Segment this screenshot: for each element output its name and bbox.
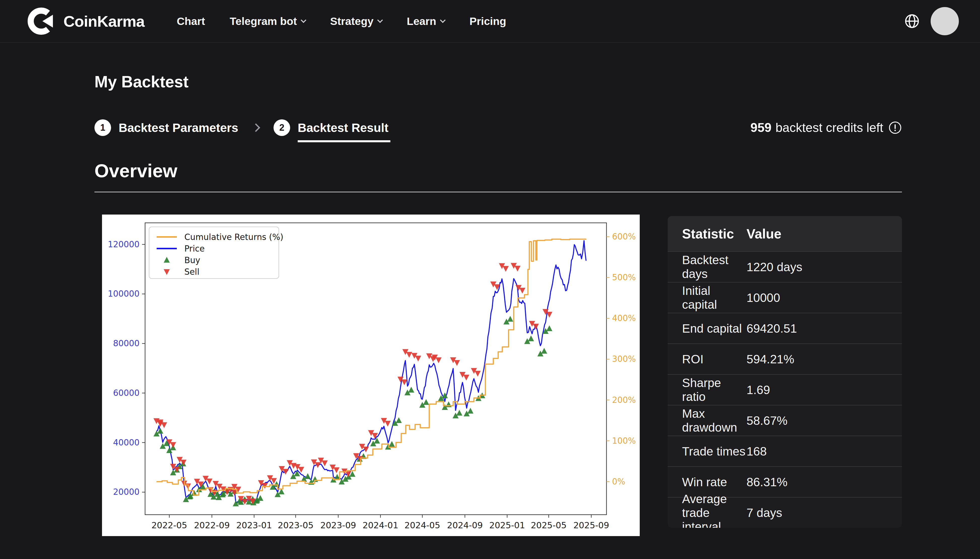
svg-text:2022-09: 2022-09 — [194, 520, 230, 530]
stat-label: Initial capital — [668, 284, 747, 311]
nav-item-label: Pricing — [470, 15, 506, 27]
stat-label: Sharpe ratio — [668, 376, 747, 404]
stat-label: Win rate — [668, 475, 747, 489]
stat-label: Average trade interval — [668, 492, 747, 528]
table-row: Average trade interval7 days — [668, 497, 902, 528]
svg-text:100000: 100000 — [108, 289, 139, 299]
svg-text:20000: 20000 — [113, 487, 139, 497]
svg-text:2023-09: 2023-09 — [320, 520, 356, 530]
nav-item-label: Learn — [407, 15, 436, 27]
nav-right — [904, 7, 959, 35]
page-root: { "nav": { "brand": "CoinKarma", "items"… — [0, 0, 980, 559]
step-backtest-result[interactable]: 2 Backtest Result — [273, 119, 388, 136]
stat-value: 1220 days — [747, 260, 803, 274]
backtest-chart: 200004000060000800001000001200000%100%20… — [102, 215, 640, 536]
stat-value: 10000 — [747, 291, 780, 305]
credits-label: backtest credits left — [775, 120, 883, 135]
svg-text:60000: 60000 — [113, 388, 139, 398]
nav-bar: CoinKarma ChartTelegram botStrategyLearn… — [0, 0, 980, 43]
nav-menu: ChartTelegram botStrategyLearnPricing — [177, 15, 506, 27]
svg-text:2024-05: 2024-05 — [404, 520, 440, 530]
table-row: Max drawdown58.67% — [668, 405, 902, 436]
brand[interactable]: CoinKarma — [27, 7, 144, 36]
stat-value: 58.67% — [747, 414, 788, 428]
svg-text:Cumulative Returns (%): Cumulative Returns (%) — [184, 232, 283, 242]
stat-label: Trade times — [668, 445, 747, 458]
svg-text:2023-01: 2023-01 — [236, 520, 272, 530]
svg-text:2025-05: 2025-05 — [531, 520, 566, 530]
coinkarma-logo-icon — [27, 7, 56, 36]
section-title-overview: Overview — [94, 160, 902, 182]
nav-item-label: Telegram bot — [230, 15, 297, 27]
svg-text:120000: 120000 — [108, 240, 139, 249]
table-row: ROI594.21% — [668, 344, 902, 374]
stat-value: 594.21% — [747, 352, 795, 366]
nav-item-label: Strategy — [330, 15, 374, 27]
overview-content: 200004000060000800001000001200000%100%20… — [94, 215, 902, 536]
chevron-right-icon — [252, 123, 260, 132]
svg-text:2023-05: 2023-05 — [278, 520, 314, 530]
svg-text:500%: 500% — [612, 273, 636, 282]
stepper: 1 Backtest Parameters 2 Backtest Result — [94, 119, 388, 136]
nav-item-telegram-bot[interactable]: Telegram bot — [230, 15, 306, 27]
credits-left: 959 backtest credits left — [751, 120, 902, 135]
svg-text:600%: 600% — [612, 232, 636, 241]
nav-item-learn[interactable]: Learn — [407, 15, 445, 27]
chevron-down-icon — [377, 17, 383, 23]
nav-item-label: Chart — [177, 15, 205, 27]
svg-text:200%: 200% — [612, 395, 636, 405]
column-header-value: Value — [747, 226, 781, 241]
svg-text:2024-09: 2024-09 — [447, 520, 483, 530]
svg-text:2025-09: 2025-09 — [573, 520, 609, 530]
table-row: Initial capital10000 — [668, 282, 902, 313]
stats-table-body: Backtest days1220 daysInitial capital100… — [668, 251, 902, 528]
stat-value: 1.69 — [747, 383, 770, 397]
stat-label: Backtest days — [668, 253, 747, 281]
nav-item-strategy[interactable]: Strategy — [330, 15, 382, 27]
backtest-chart-card: 200004000060000800001000001200000%100%20… — [102, 215, 640, 536]
stat-value: 7 days — [747, 506, 782, 520]
step-backtest-parameters[interactable]: 1 Backtest Parameters — [94, 119, 238, 136]
step-1-circle: 1 — [94, 119, 111, 136]
main-content: My Backtest 1 Backtest Parameters 2 Back… — [0, 73, 980, 536]
stat-label: ROI — [668, 352, 747, 366]
svg-text:Buy: Buy — [184, 255, 200, 265]
page-title: My Backtest — [94, 73, 902, 91]
stepper-row: 1 Backtest Parameters 2 Backtest Result … — [94, 119, 902, 136]
svg-text:400%: 400% — [612, 313, 636, 323]
svg-text:0%: 0% — [612, 477, 625, 486]
stat-label: End capital — [668, 322, 747, 336]
svg-text:40000: 40000 — [113, 438, 139, 447]
table-row: Sharpe ratio1.69 — [668, 374, 902, 405]
globe-icon[interactable] — [904, 13, 920, 29]
table-row: Backtest days1220 days — [668, 251, 902, 282]
stat-value: 168 — [747, 445, 766, 458]
step-2-circle: 2 — [273, 119, 290, 136]
svg-text:300%: 300% — [612, 354, 636, 364]
chevron-down-icon — [301, 17, 306, 23]
step-1-label: Backtest Parameters — [119, 121, 238, 135]
stat-label: Max drawdown — [668, 407, 747, 434]
column-header-statistic: Statistic — [668, 226, 747, 241]
nav-item-pricing[interactable]: Pricing — [470, 15, 506, 27]
stat-value: 86.31% — [747, 475, 788, 489]
credits-count: 959 — [751, 120, 771, 135]
svg-text:80000: 80000 — [113, 338, 139, 348]
section-divider — [94, 192, 902, 192]
table-row: End capital69420.51 — [668, 313, 902, 344]
stat-value: 69420.51 — [747, 322, 797, 336]
chevron-down-icon — [440, 17, 446, 23]
avatar[interactable] — [930, 7, 959, 35]
stats-table-header: Statistic Value — [668, 216, 902, 251]
svg-text:Price: Price — [184, 244, 205, 253]
table-row: Trade times168 — [668, 436, 902, 466]
svg-text:2025-01: 2025-01 — [489, 520, 525, 530]
svg-text:100%: 100% — [612, 436, 636, 446]
svg-text:Sell: Sell — [184, 267, 199, 277]
step-2-label: Backtest Result — [298, 121, 388, 135]
info-icon[interactable] — [888, 121, 902, 134]
nav-item-chart[interactable]: Chart — [177, 15, 205, 27]
svg-text:2024-01: 2024-01 — [363, 520, 399, 530]
brand-name: CoinKarma — [63, 12, 144, 30]
stats-table: Statistic Value Backtest days1220 daysIn… — [668, 216, 902, 528]
